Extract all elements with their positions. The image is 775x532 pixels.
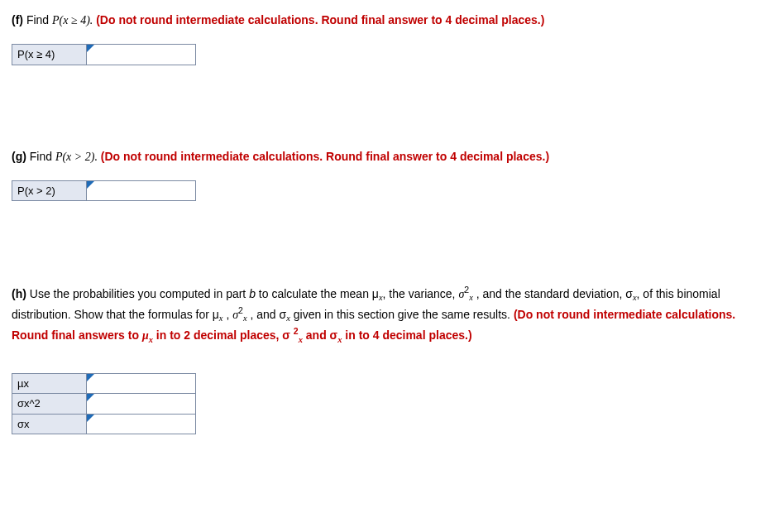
part-h-prompt: (h) Use the probabilities you computed i…: [12, 284, 763, 347]
part-h-bref: b: [249, 287, 256, 300]
sigmax2-input[interactable]: [92, 395, 190, 412]
part-g-input-cell: [87, 180, 196, 201]
sigmax-label: σx: [12, 414, 87, 434]
part-f-prompt: (f) Find P(x ≥ 4). (Do not round interme…: [12, 12, 763, 29]
input-corner-icon: [87, 394, 94, 401]
part-g-input[interactable]: [92, 182, 190, 199]
mu-x-input[interactable]: [92, 375, 190, 391]
part-f-label: (f): [12, 13, 23, 26]
mu-x-label: µx: [12, 373, 87, 394]
input-corner-icon: [87, 45, 94, 52]
part-h-t3: , and the standard deviation, σ: [473, 287, 633, 300]
part-g-expr: P(x > 2).: [55, 151, 98, 163]
table-row: µx: [12, 373, 196, 394]
part-f-answer-table: P(x ≥ 4): [12, 44, 196, 65]
part-h-t4: ,: [223, 308, 233, 321]
part-g-answer-table: P(x > 2): [12, 180, 196, 202]
sigmax-input-cell: [87, 414, 196, 434]
input-corner-icon: [87, 415, 94, 422]
table-row: P(x ≥ 4): [12, 45, 196, 65]
part-h-label: (h): [12, 287, 26, 300]
part-h-t2: to calculate the mean μ: [256, 287, 379, 300]
input-corner-icon: [87, 181, 94, 189]
part-f-expr: P(x ≥ 4).: [52, 14, 93, 26]
table-row: σx: [12, 414, 196, 434]
mu-x-input-cell: [87, 373, 196, 394]
part-f-input[interactable]: [92, 46, 190, 63]
part-g-prompt: (g) Find P(x > 2). (Do not round interme…: [12, 148, 763, 165]
part-h-t1: Use the probabilities you computed in pa…: [30, 287, 249, 300]
part-h-t6: given in this section give the same resu…: [290, 308, 514, 321]
sigmax2-input-cell: [87, 394, 196, 415]
part-f-instruction: (Do not round intermediate calculations.…: [93, 13, 544, 26]
table-row: P(x > 2): [12, 180, 196, 201]
sigmax2-label: σx^2: [12, 394, 87, 415]
part-h-answer-table: µx σx^2 σx: [12, 373, 196, 435]
table-row: σx^2: [12, 394, 196, 415]
sigmax-input[interactable]: [92, 415, 190, 432]
part-g-instruction: (Do not round intermediate calculations.…: [98, 150, 549, 163]
part-f-text: Find: [26, 13, 52, 26]
part-h-t5: , and σ: [247, 308, 287, 321]
part-g-cell-label: P(x > 2): [12, 180, 87, 201]
part-f-cell-label: P(x ≥ 4): [12, 45, 87, 65]
input-corner-icon: [87, 374, 94, 381]
part-h-t2b: , the variance,: [383, 287, 459, 300]
part-g-label: (g): [12, 150, 26, 163]
part-g-text: Find: [30, 150, 55, 163]
part-f-input-cell: [87, 45, 196, 65]
